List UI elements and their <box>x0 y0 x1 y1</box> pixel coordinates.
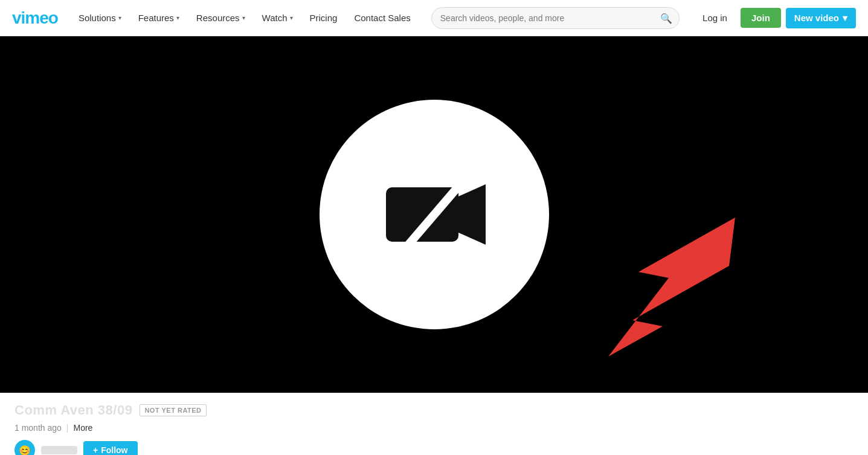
video-title-row: Comm Aven 38/09 NOT YET RATED <box>14 402 854 418</box>
follow-plus-icon: + <box>93 445 98 455</box>
more-link[interactable]: More <box>73 423 92 433</box>
rating-badge: NOT YET RATED <box>140 404 206 416</box>
nav-resources[interactable]: Resources ▾ <box>190 8 251 28</box>
meta-separator: | <box>66 423 69 433</box>
chevron-down-icon: ▾ <box>242 15 245 21</box>
search-icon: 🔍 <box>660 12 672 24</box>
nav-features[interactable]: Features ▾ <box>132 8 185 28</box>
chevron-down-icon: ▾ <box>176 15 179 21</box>
nav-contact-sales[interactable]: Contact Sales <box>348 8 416 28</box>
video-time-ago: 1 month ago <box>14 423 62 433</box>
chevron-down-icon: ▾ <box>843 13 847 24</box>
video-unavailable-circle <box>320 100 549 329</box>
svg-marker-2 <box>458 184 486 245</box>
chevron-down-icon: ▾ <box>118 15 121 21</box>
chevron-down-icon: ▾ <box>290 15 293 21</box>
nav-solutions-label: Solutions <box>79 13 116 23</box>
follow-label: Follow <box>101 445 127 455</box>
video-player[interactable] <box>0 36 868 393</box>
user-name-blurred <box>41 446 77 454</box>
login-button[interactable]: Log in <box>694 8 736 28</box>
video-meta: 1 month ago | More <box>14 423 854 433</box>
video-info-bar: Comm Aven 38/09 NOT YET RATED 1 month ag… <box>0 393 868 455</box>
nav-contact-sales-label: Contact Sales <box>354 13 410 23</box>
nav-pricing-label: Pricing <box>310 13 338 23</box>
nav-features-label: Features <box>138 13 174 23</box>
follow-button[interactable]: + Follow <box>83 441 138 455</box>
nav-solutions[interactable]: Solutions ▾ <box>72 8 127 28</box>
new-video-label: New video <box>794 13 839 23</box>
nav-resources-label: Resources <box>196 13 240 23</box>
search-input[interactable] <box>431 7 680 29</box>
new-video-button[interactable]: New video ▾ <box>786 8 856 28</box>
navbar: vimeo Solutions ▾ Features ▾ Resources ▾… <box>0 0 868 36</box>
avatar: 😊 <box>14 440 35 455</box>
video-title: Comm Aven 38/09 <box>14 402 132 418</box>
avatar-emoji-icon: 😊 <box>19 445 31 456</box>
svg-marker-4 <box>608 218 735 357</box>
follow-row: 😊 + Follow <box>14 440 854 455</box>
nav-pricing[interactable]: Pricing <box>304 8 344 28</box>
no-video-icon <box>374 166 495 263</box>
nav-watch[interactable]: Watch ▾ <box>256 8 299 28</box>
red-arrow-annotation <box>590 218 735 357</box>
nav-watch-label: Watch <box>262 13 288 23</box>
join-button[interactable]: Join <box>741 8 781 28</box>
search-container: 🔍 <box>431 7 680 29</box>
vimeo-logo[interactable]: vimeo <box>12 8 58 28</box>
